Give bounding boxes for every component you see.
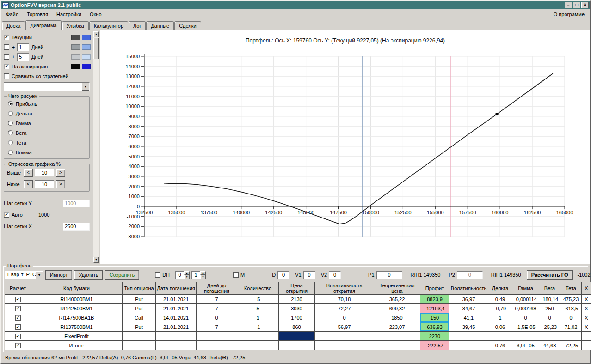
save-button[interactable]: Сохранить [105, 270, 139, 280]
below-increase-button[interactable] [56, 180, 65, 188]
remove-row-button[interactable]: X [583, 324, 590, 330]
svg-text:5000: 5000 [129, 154, 140, 159]
tab-Доска[interactable]: Доска [2, 21, 25, 30]
row-calc-checkbox[interactable] [15, 343, 21, 348]
series-expiration-row: На экспирацию [4, 62, 91, 71]
d-input[interactable] [277, 271, 289, 279]
column-header[interactable]: Код бумаги [31, 282, 123, 295]
column-header[interactable]: Тип опциона [123, 282, 156, 295]
radio-option-Вега[interactable]: Вега [7, 128, 86, 138]
menu-window[interactable]: Окно [86, 10, 106, 18]
maximize-button[interactable] [573, 2, 580, 8]
radio-icon[interactable] [8, 150, 13, 155]
column-header[interactable]: Гамма [512, 282, 539, 295]
preset-combobox[interactable]: 1-вар-т_РТС [5, 271, 43, 279]
compare-strategy-checkbox[interactable] [4, 73, 9, 79]
close-button[interactable] [581, 2, 589, 8]
radio-icon[interactable] [8, 121, 13, 126]
menu-file[interactable]: Файл [2, 10, 23, 18]
minimize-button[interactable] [565, 2, 572, 8]
strategy-combobox[interactable] [4, 82, 90, 91]
panel-scrollbar[interactable] [93, 31, 99, 263]
row-calc-checkbox[interactable] [15, 315, 21, 321]
p2-input[interactable] [457, 271, 483, 279]
chevron-down-icon[interactable] [36, 271, 43, 279]
radio-option-Дельта[interactable]: Дельта [7, 109, 86, 118]
grid-step-x-input[interactable] [63, 223, 90, 231]
scroll-up-icon[interactable] [93, 31, 99, 37]
column-header[interactable]: Расчет [5, 282, 31, 295]
tab-Лог[interactable]: Лог [129, 21, 146, 30]
plus1-checkbox[interactable] [4, 44, 9, 50]
column-header[interactable]: Вега [539, 282, 560, 295]
radio-icon[interactable] [8, 101, 13, 106]
current-checkbox[interactable] [4, 35, 9, 40]
column-header[interactable]: Тета [560, 282, 582, 295]
menu-about[interactable]: О программе [549, 12, 589, 17]
spin-up-icon[interactable] [184, 271, 190, 275]
dh-spinner-2-input[interactable] [191, 271, 200, 279]
m-checkbox[interactable] [233, 272, 239, 278]
below-decrease-button[interactable] [24, 180, 33, 188]
tab-Данные[interactable]: Данные [146, 21, 174, 30]
radio-icon[interactable] [8, 140, 13, 145]
column-header[interactable]: Волатильность открытия [315, 282, 374, 295]
plus5-checkbox[interactable] [4, 54, 9, 60]
p1-input[interactable] [376, 271, 402, 279]
radio-icon[interactable] [8, 130, 13, 135]
radio-icon[interactable] [8, 111, 13, 116]
plus1-days-input[interactable] [17, 43, 29, 51]
above-increase-button[interactable] [56, 169, 65, 177]
radio-option-Вомма[interactable]: Вомма [7, 147, 86, 157]
row-calc-checkbox[interactable] [15, 324, 21, 330]
spin-down-icon[interactable] [184, 275, 190, 279]
import-button[interactable]: Импорт [45, 270, 72, 280]
column-header[interactable]: Количество [237, 282, 279, 295]
radio-option-Прибыль[interactable]: Прибыль [7, 99, 86, 109]
scroll-down-icon[interactable] [93, 257, 99, 263]
tab-Улыбка[interactable]: Улыбка [62, 21, 89, 30]
column-header[interactable]: Дельта [488, 282, 512, 295]
column-header[interactable]: Цена открытия [279, 282, 315, 295]
column-header[interactable]: Волатильность [449, 282, 488, 295]
menu-settings[interactable]: Настройки [52, 10, 86, 18]
profit-chart[interactable]: -3000-2000-10000100020003000400050006000… [100, 44, 590, 249]
tab-Калькулятор[interactable]: Калькулятор [89, 21, 128, 30]
column-header[interactable]: Дата погашения [156, 282, 197, 295]
remove-row-button[interactable]: X [583, 315, 590, 321]
v2-input[interactable] [329, 271, 341, 279]
tab-Сделки[interactable]: Сделки [174, 21, 201, 30]
tab-Диаграмма[interactable]: Диаграмма [25, 20, 61, 30]
remove-row-button[interactable]: X [583, 306, 590, 311]
radio-option-Тета[interactable]: Тета [7, 138, 86, 147]
expiration-checkbox[interactable] [4, 64, 9, 69]
row-calc-checkbox[interactable] [15, 334, 21, 339]
spin-up-icon[interactable] [200, 271, 206, 275]
plus5-days-input[interactable] [17, 53, 29, 61]
menu-trading[interactable]: Торговля [23, 10, 52, 18]
scrollbar-thumb[interactable] [93, 38, 99, 59]
series-plus5-row: + Дней [4, 52, 91, 61]
remove-cell: X [582, 322, 591, 332]
dh-checkbox[interactable] [155, 272, 160, 278]
dh-spinner-1-input[interactable] [175, 271, 184, 279]
row-calc-checkbox[interactable] [15, 297, 21, 302]
above-value-input[interactable] [35, 169, 54, 176]
v1-input[interactable] [303, 271, 315, 279]
calculate-margin-button[interactable]: Рассчитать ГО [527, 270, 573, 280]
column-header[interactable]: X [582, 282, 591, 295]
radio-option-Гамма[interactable]: Гамма [7, 118, 86, 128]
row-calc-checkbox[interactable] [15, 306, 21, 311]
column-header[interactable]: Профит [420, 282, 449, 295]
below-value-input[interactable] [35, 180, 54, 188]
chevron-down-icon[interactable] [82, 83, 89, 91]
auto-checkbox[interactable] [4, 212, 9, 218]
above-decrease-button[interactable] [24, 169, 33, 177]
column-header[interactable]: Теоретическая цена [374, 282, 420, 295]
spin-down-icon[interactable] [200, 275, 206, 279]
column-header[interactable]: Дней до погашения [197, 282, 237, 295]
remove-row-button[interactable]: X [583, 297, 590, 302]
current-color-swatch-1 [71, 35, 80, 40]
grid-step-y-input[interactable] [63, 200, 90, 207]
delete-button[interactable]: Удалить [74, 270, 103, 280]
